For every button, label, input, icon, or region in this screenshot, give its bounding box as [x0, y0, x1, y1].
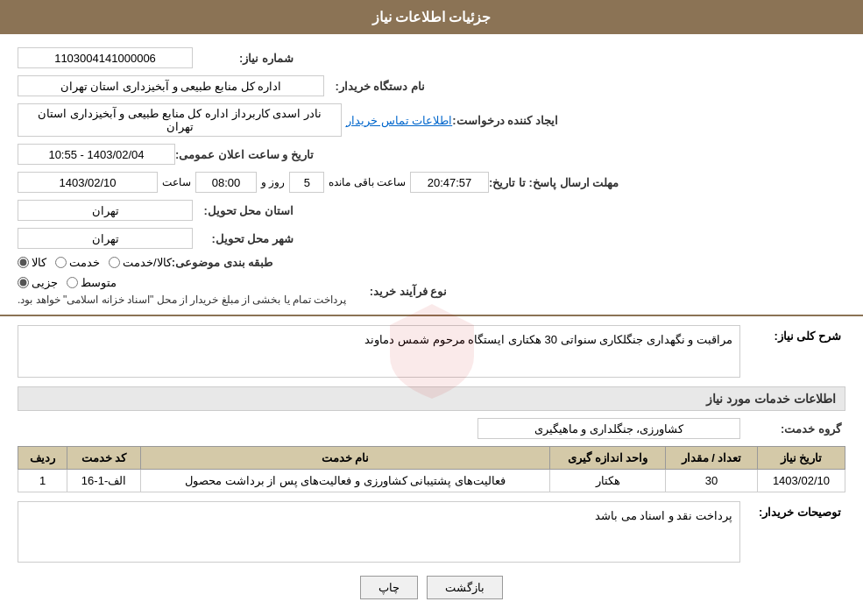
buyer-notes-box: پرداخت نقد و اسناد می باشد — [18, 501, 740, 563]
table-row: 1403/02/10 30 هکتار فعالیت‌های پشتیبانی … — [18, 470, 845, 492]
category-option3-radio[interactable] — [109, 257, 120, 268]
button-row: بازگشت چاپ — [18, 576, 845, 599]
purchase-radio-group: متوسط جزیی — [18, 276, 117, 289]
cell-name: فعالیت‌های پشتیبانی کشاورزی و فعالیت‌های… — [140, 470, 549, 492]
announce-date-label: تاریخ و ساعت اعلان عمومی: — [175, 148, 318, 161]
reply-days-label: روز و — [261, 176, 285, 188]
col-code-header: کد خدمت — [67, 447, 141, 470]
province-value: تهران — [18, 200, 193, 221]
category-radio-group: کالا/خدمت خدمت کالا — [18, 256, 172, 269]
category-option2-label: خدمت — [69, 256, 100, 269]
cell-count: 30 — [666, 470, 758, 492]
purchase-option2-label: متوسط — [81, 276, 117, 289]
need-description-label: شرح کلی نیاز: — [740, 325, 845, 343]
cell-code: الف-1-16 — [67, 470, 141, 492]
reply-days-value: 5 — [289, 172, 324, 193]
col-row-header: ردیف — [18, 447, 67, 470]
col-name-header: نام خدمت — [140, 447, 549, 470]
reply-remaining-label: ساعت باقی مانده — [329, 176, 406, 188]
creator-contact-link[interactable]: اطلاعات تماس خریدار — [346, 114, 452, 127]
col-unit-header: واحد اندازه گیری — [550, 447, 666, 470]
purchase-option1-label: جزیی — [32, 276, 58, 289]
reply-time-value: 08:00 — [195, 172, 257, 193]
buyer-notes-content: پرداخت نقد و اسناد می باشد — [18, 501, 740, 563]
cell-row: 1 — [18, 470, 67, 492]
service-group-label: گروه خدمت: — [740, 422, 845, 435]
reply-remaining-value: 20:47:57 — [410, 172, 489, 193]
cell-unit: هکتار — [550, 470, 666, 492]
city-value: تهران — [18, 228, 193, 249]
category-option2-radio[interactable] — [55, 257, 67, 268]
col-date-header: تاریخ نیاز — [757, 447, 845, 470]
col-count-header: تعداد / مقدار — [666, 447, 758, 470]
reply-date-value: 1403/02/10 — [18, 172, 158, 193]
need-number-label: شماره نیاز: — [193, 52, 298, 65]
service-group-value: کشاورزی، جنگلداری و ماهیگیری — [477, 418, 740, 439]
need-number-value: 1103004141000006 — [18, 47, 193, 68]
creator-value: نادر اسدی کاربرداز اداره کل منابع طبیعی … — [18, 103, 342, 137]
need-description-content: مراقبت و نگهداری جنگلکاری سنواتی 30 هکتا… — [18, 325, 740, 378]
city-label: شهر محل تحویل: — [193, 232, 298, 245]
purchase-notice: پرداخت تمام یا بخشی از مبلغ خریدار از مح… — [18, 294, 346, 306]
creator-label: ایجاد کننده درخواست: — [452, 114, 562, 127]
services-table: تاریخ نیاز تعداد / مقدار واحد اندازه گیر… — [18, 446, 845, 492]
category-option1-radio[interactable] — [18, 257, 29, 268]
cell-date: 1403/02/10 — [757, 470, 845, 492]
page-title: جزئیات اطلاعات نیاز — [0, 0, 863, 34]
services-section-title: اطلاعات خدمات مورد نیاز — [18, 386, 845, 411]
print-button[interactable]: چاپ — [360, 576, 418, 599]
category-option3-label: کالا/خدمت — [123, 256, 172, 269]
back-button[interactable]: بازگشت — [427, 576, 503, 599]
purchase-type-label: نوع فرآیند خرید: — [346, 285, 451, 298]
need-description-box: مراقبت و نگهداری جنگلکاری سنواتی 30 هکتا… — [18, 325, 740, 378]
buyer-notes-label: توصیحات خریدار: — [740, 501, 845, 519]
category-label: طبقه بندی موضوعی: — [172, 256, 278, 269]
reply-time-label: ساعت — [162, 176, 191, 188]
divider-1 — [0, 315, 863, 316]
category-option1-label: کالا — [32, 256, 46, 269]
buyer-org-value: اداره کل منابع طبیعی و آبخیزداری استان ت… — [18, 75, 324, 96]
purchase-option1-radio[interactable] — [18, 277, 29, 288]
purchase-option2-radio[interactable] — [67, 277, 78, 288]
province-label: استان محل تحویل: — [193, 204, 298, 217]
reply-deadline-label: مهلت ارسال پاسخ: تا تاریخ: — [489, 176, 623, 189]
announce-date-value: 1403/02/04 - 10:55 — [18, 144, 175, 165]
buyer-org-label: نام دستگاه خریدار: — [324, 80, 429, 93]
